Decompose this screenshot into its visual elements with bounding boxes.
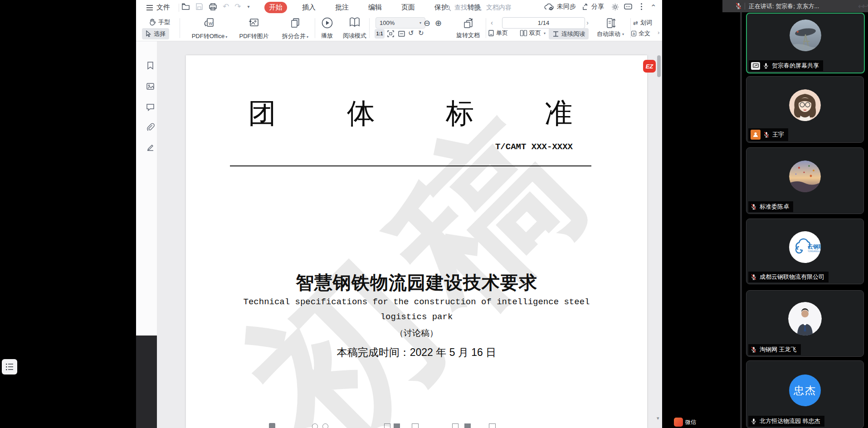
share-button[interactable]: 分享 <box>582 3 604 11</box>
hand-tool-label: 手型 <box>158 18 170 26</box>
read-mode-button[interactable]: 阅读模式 <box>341 17 368 40</box>
redo-icon[interactable]: ↷ <box>234 3 241 10</box>
share-icon <box>582 3 589 10</box>
tab-home[interactable]: 开始 <box>264 2 287 13</box>
double-page-label: 双页 <box>529 29 541 37</box>
doc-subtitle-en-line1: Technical specifications for the constru… <box>186 297 647 307</box>
microphone-muted-icon[interactable] <box>735 2 742 10</box>
pdf-to-image-icon <box>248 17 260 29</box>
bottom-toolbar-icon[interactable] <box>312 423 318 428</box>
floating-list-widget[interactable] <box>2 359 17 374</box>
zoom-value: 100% <box>380 19 395 26</box>
bottom-toolbar-icon[interactable] <box>412 423 419 428</box>
microphone-muted-icon <box>751 274 757 281</box>
divider <box>180 18 180 38</box>
doc-subtitle-en-line2: logistics park <box>186 312 647 322</box>
chevron-down-icon: ▾ <box>419 21 421 25</box>
tab-edit[interactable]: 编辑 <box>364 2 386 13</box>
chat-feedback-icon[interactable] <box>624 4 632 10</box>
print-icon[interactable] <box>209 3 217 10</box>
bottom-toolbar-icon[interactable] <box>384 423 390 428</box>
expand-panel-icon[interactable]: › <box>658 29 659 36</box>
attachment-icon[interactable] <box>146 123 155 131</box>
sync-status[interactable]: 未同步 <box>544 3 576 11</box>
pdf-assistant-badge[interactable]: EZ <box>643 60 656 73</box>
double-page-button[interactable]: 双页 ▾ <box>520 29 546 37</box>
previous-page-icon[interactable]: ‹ <box>491 19 493 26</box>
bottom-toolbar-icon[interactable] <box>489 423 496 428</box>
split-merge-icon <box>289 17 302 29</box>
rotate-document-button[interactable]: 旋转文档 <box>454 17 483 39</box>
image-annotation-icon[interactable] <box>146 82 155 91</box>
speaking-text: 正在讲话: 贺宗春; 京东方... <box>749 2 819 10</box>
auto-scroll-button[interactable]: 自动滚动 ▾ <box>597 30 624 38</box>
collapse-ribbon-icon[interactable]: › <box>649 4 657 6</box>
participant-tile[interactable]: 淘钢网 王龙飞 <box>746 290 864 357</box>
scrollbar-thumb[interactable] <box>657 55 661 77</box>
tab-comment[interactable]: 批注 <box>331 2 353 13</box>
doc-draft-note: （讨论稿） <box>186 327 647 339</box>
bottom-toolbar-icon[interactable] <box>269 423 275 428</box>
single-page-button[interactable]: 单页 <box>488 29 508 37</box>
word-translate-button[interactable]: ⇄ 划词 <box>633 19 652 27</box>
avatar <box>790 19 821 51</box>
actual-size-button[interactable]: 1:1 <box>375 29 385 39</box>
divider <box>179 4 179 12</box>
participant-tile[interactable]: 王宇 <box>746 76 864 143</box>
collapse-arrows-icon[interactable]: ↩↩ <box>858 1 865 11</box>
file-menu[interactable]: 文件 <box>146 3 170 12</box>
bookmark-icon[interactable] <box>146 61 155 70</box>
fit-width-icon[interactable] <box>398 30 405 38</box>
pdf-to-office-button[interactable]: W PDF转Office▾ <box>187 17 232 40</box>
fit-page-icon[interactable] <box>387 30 395 38</box>
participant-tile[interactable]: 云钢联 YUNGANGLIAN 成都云钢联物流有限公司 <box>746 219 864 284</box>
next-page-icon[interactable]: › <box>586 19 589 26</box>
cloud-unsynced-icon <box>544 3 554 11</box>
pdf-to-image-button[interactable]: PDF转图片 <box>237 17 271 40</box>
cursor-icon <box>146 30 151 37</box>
split-merge-button[interactable]: 拆分合并▾ <box>276 17 315 40</box>
pdf-page[interactable]: 初稿 团 体 标 准 T/CAMT XXX-XXXX 智慧钢铁物流园建设技术要求… <box>186 55 647 428</box>
horizontal-rule <box>230 165 591 166</box>
tab-page[interactable]: 页面 <box>397 2 419 13</box>
search-input[interactable]: 查找功能、文档内容 <box>444 4 512 12</box>
rotate-right-icon[interactable]: ↻ <box>418 29 424 37</box>
scrollbar-down-icon[interactable]: ▾ <box>657 415 659 421</box>
quick-access-dropdown-icon[interactable]: ▾ <box>248 4 250 9</box>
full-translate-icon: a <box>631 31 636 36</box>
hand-tool[interactable]: 手型 <box>149 18 170 26</box>
participant-tile[interactable]: 忠杰 北方恒达物流园 韩忠杰 <box>746 360 864 428</box>
participant-tile[interactable]: 贺宗春的屏幕共享 <box>746 13 865 73</box>
select-tool[interactable]: 选择 <box>142 28 169 39</box>
signature-stamp-icon[interactable] <box>146 143 155 152</box>
save-icon[interactable] <box>195 3 203 10</box>
heading-char: 体 <box>347 94 375 132</box>
double-page-icon <box>520 29 527 37</box>
zoom-out-icon[interactable]: ⊖ <box>424 18 430 28</box>
comment-icon[interactable] <box>146 103 155 112</box>
page-indicator[interactable]: 1/14 <box>502 17 585 29</box>
full-translate-button[interactable]: a 全文 <box>631 29 650 38</box>
continuous-read-icon <box>552 31 559 37</box>
play-button[interactable]: 播放 <box>316 17 338 40</box>
continuous-read-button[interactable]: 连续阅读 <box>549 28 589 39</box>
list-icon <box>5 363 14 370</box>
undo-icon[interactable]: ↶ <box>223 3 229 10</box>
bottom-toolbar-icon[interactable] <box>322 423 328 428</box>
participant-tile[interactable]: 标准委陈卓 <box>746 147 864 214</box>
bottom-toolbar-icon[interactable] <box>464 423 471 428</box>
avatar: 忠杰 <box>789 374 821 406</box>
open-file-icon[interactable] <box>181 3 190 10</box>
more-menu-icon[interactable] <box>641 3 642 10</box>
rotate-left-icon[interactable]: ↺ <box>408 29 414 37</box>
wechat-taskbar-item[interactable]: 微信 <box>674 418 696 427</box>
word-translate-label: 划词 <box>640 19 652 27</box>
gear-icon[interactable] <box>611 3 619 11</box>
zoom-in-icon[interactable]: ⊕ <box>435 18 442 28</box>
bottom-toolbar-icon[interactable] <box>452 423 458 428</box>
auto-scroll-icon[interactable] <box>606 17 616 29</box>
divider <box>369 18 370 38</box>
tab-insert[interactable]: 插入 <box>297 2 320 13</box>
zoom-level-select[interactable]: 100% ▾ <box>375 17 425 29</box>
bottom-toolbar-icon[interactable] <box>394 423 400 428</box>
